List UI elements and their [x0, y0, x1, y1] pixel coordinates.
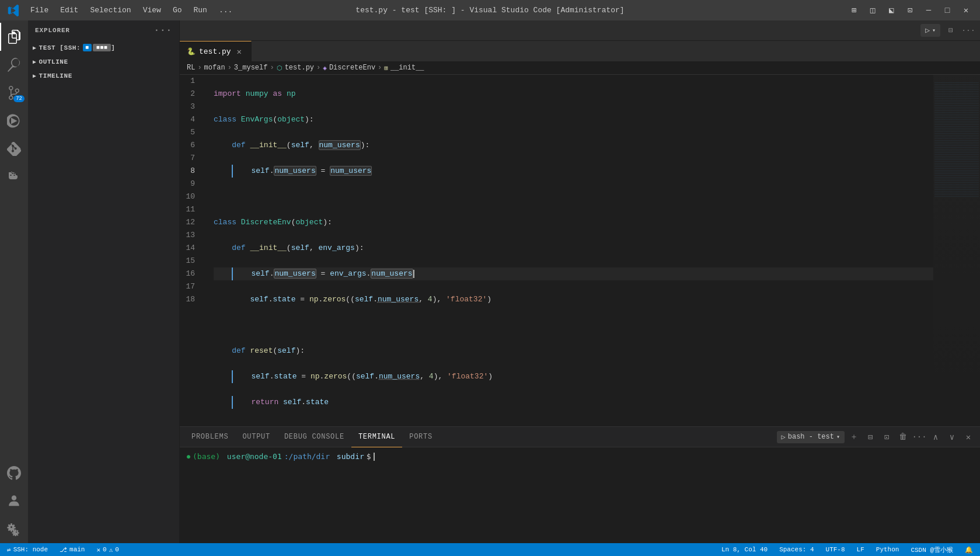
activity-explorer[interactable]: [0, 23, 28, 51]
bc-init[interactable]: __init__: [390, 64, 424, 72]
bc-testpy[interactable]: test.py: [285, 64, 314, 72]
sidebar-section-close-bracket: ]: [111, 44, 115, 51]
bc-3myself[interactable]: 3_myself: [234, 64, 268, 72]
sidebar-header: Explorer ···: [28, 20, 179, 40]
customize-layout-btn[interactable]: ⊞: [846, 2, 862, 19]
code-line-4: self.num_users = num_users: [214, 165, 933, 178]
code-content[interactable]: import numpy as np class EnvArgs(object)…: [209, 75, 933, 426]
line-num-11: 11: [180, 203, 202, 216]
line-num-17: 17: [180, 280, 202, 293]
tab-bar: 🐍 test.py ✕: [180, 41, 980, 61]
bc-sep-1: ›: [197, 64, 201, 72]
tab-close-btn[interactable]: ✕: [235, 47, 244, 56]
status-eol[interactable]: LF: [855, 543, 867, 556]
line-num-15: 15: [180, 255, 202, 267]
activity-run[interactable]: [0, 107, 28, 135]
line-num-3: 3: [180, 100, 202, 113]
status-encoding[interactable]: UTF-8: [824, 543, 848, 556]
bc-mofan[interactable]: mofan: [204, 64, 225, 72]
bc-rl[interactable]: RL: [187, 64, 195, 72]
bc-discreteenv[interactable]: DiscreteEnv: [329, 64, 375, 72]
new-terminal-btn[interactable]: ▷ bash - test ▾: [777, 431, 845, 443]
prompt-base-env: (base): [193, 452, 220, 461]
line-num-6: 6: [180, 139, 202, 152]
status-bell-icon[interactable]: 🔔: [962, 543, 975, 556]
terminal-more-btn[interactable]: ···: [912, 430, 926, 444]
minimize-btn[interactable]: ─: [920, 2, 937, 19]
activity-extensions[interactable]: [0, 135, 28, 163]
warning-icon: ⚠: [109, 546, 113, 554]
status-warning-count: 0: [115, 546, 119, 553]
panel-tab-ports[interactable]: PORTS: [402, 427, 440, 447]
status-branch[interactable]: ⎇ main: [57, 543, 87, 556]
sidebar-more-btn[interactable]: ···: [154, 25, 172, 36]
sidebar-section-outline: ▶ OUTLINE: [28, 55, 179, 69]
terminal-layout-btn[interactable]: ⊡: [880, 430, 894, 444]
sidebar-section-outline-header[interactable]: ▶ OUTLINE: [28, 56, 179, 68]
terminal-prompt-line: ● (base) user@node-01 :/path/dir subdir …: [187, 452, 973, 461]
terminal-scroll-up-btn[interactable]: ∧: [929, 430, 943, 444]
python-file-icon: 🐍: [187, 47, 196, 56]
prompt-path-colored: :/path/dir: [284, 452, 330, 461]
panel-tab-problems[interactable]: PROBLEMS: [184, 427, 235, 447]
sidebar-section-timeline-label: TIMELINE: [39, 72, 72, 79]
status-ln-col[interactable]: Ln 8, Col 40: [719, 543, 770, 556]
line-num-13: 13: [180, 229, 202, 242]
toggle-panel-btn[interactable]: ⬕: [883, 2, 899, 19]
panel-tabs-left: PROBLEMS OUTPUT DEBUG CONSOLE TERMINAL P…: [184, 427, 440, 447]
maximize-btn[interactable]: □: [939, 2, 955, 19]
menu-file[interactable]: File: [27, 5, 52, 16]
sidebar-section-outline-label: OUTLINE: [39, 58, 68, 65]
panel-tab-output[interactable]: OUTPUT: [235, 427, 277, 447]
add-terminal-btn[interactable]: ＋: [847, 430, 861, 444]
sidebar: Explorer ··· ▶ TEST [SSH: ■ ■■■ ] ▶ OUTL…: [28, 20, 180, 543]
toggle-secondary-sidebar-btn[interactable]: ⊡: [902, 2, 918, 19]
panel-tab-terminal[interactable]: TERMINAL: [351, 427, 402, 447]
panel-tab-debug-console[interactable]: DEBUG CONSOLE: [277, 427, 351, 447]
activity-remote[interactable]: [0, 459, 28, 487]
status-branch-label: main: [69, 546, 85, 553]
status-spaces[interactable]: Spaces: 4: [777, 543, 816, 556]
status-feedback[interactable]: CSDN @雪小猴: [908, 543, 955, 556]
activity-account[interactable]: [0, 487, 28, 515]
code-editor[interactable]: 1 2 3 4 5 6 7 8 9 10 11 12 13 14 15 16 1…: [180, 75, 980, 426]
sidebar-section-timeline: ▶ TIMELINE: [28, 69, 179, 83]
more-actions-btn[interactable]: ···: [961, 23, 975, 37]
title-bar-controls: ⊞ ◫ ⬕ ⊡ ─ □ ✕: [846, 2, 974, 19]
activity-docker[interactable]: [0, 163, 28, 191]
terminal-scroll-down-btn[interactable]: ∨: [945, 430, 959, 444]
activity-scm[interactable]: 72: [0, 79, 28, 107]
vscode-logo: [6, 2, 22, 19]
line-num-9: 9: [180, 178, 202, 190]
menu-selection[interactable]: Selection: [86, 5, 134, 16]
close-btn[interactable]: ✕: [958, 2, 974, 19]
status-language[interactable]: Python: [874, 543, 902, 556]
menu-edit[interactable]: Edit: [57, 5, 82, 16]
class-icon: ◈: [323, 64, 327, 72]
activity-search[interactable]: [0, 51, 28, 79]
line-num-14: 14: [180, 242, 202, 255]
terminal-trash-btn[interactable]: 🗑: [896, 430, 910, 444]
terminal-close-btn[interactable]: ✕: [961, 430, 975, 444]
terminal-split-btn[interactable]: ⊟: [863, 430, 877, 444]
code-line-3: def __init__(self, num_users):: [214, 139, 933, 152]
menu-more[interactable]: ...: [215, 5, 236, 16]
tab-test-py[interactable]: 🐍 test.py ✕: [180, 41, 252, 61]
toggle-primary-sidebar-btn[interactable]: ◫: [864, 2, 881, 19]
status-bar: ⇌ SSH: node ⎇ main ✕ 0 ⚠ 0 Ln 8, Col 40 …: [0, 543, 980, 556]
status-remote[interactable]: ⇌ SSH: node: [5, 543, 50, 556]
split-editor-btn[interactable]: ⊟: [944, 23, 958, 37]
scm-badge: 72: [13, 95, 25, 102]
status-errors[interactable]: ✕ 0 ⚠ 0: [94, 543, 121, 556]
terminal-content[interactable]: ● (base) user@node-01 :/path/dir subdir …: [180, 447, 980, 543]
sidebar-section-timeline-header[interactable]: ▶ TIMELINE: [28, 70, 179, 82]
tab-label-test-py: test.py: [199, 47, 231, 56]
menu-view[interactable]: View: [139, 5, 165, 16]
code-line-10: [214, 319, 933, 332]
menu-run[interactable]: Run: [190, 5, 210, 16]
activity-settings[interactable]: [0, 515, 28, 543]
code-line-12: self.state = np.zeros((self.num_users, 4…: [214, 370, 933, 383]
sidebar-section-test-header[interactable]: ▶ TEST [SSH: ■ ■■■ ]: [28, 41, 179, 54]
run-file-btn[interactable]: ▷ ▾: [920, 24, 940, 37]
menu-go[interactable]: Go: [169, 5, 186, 16]
